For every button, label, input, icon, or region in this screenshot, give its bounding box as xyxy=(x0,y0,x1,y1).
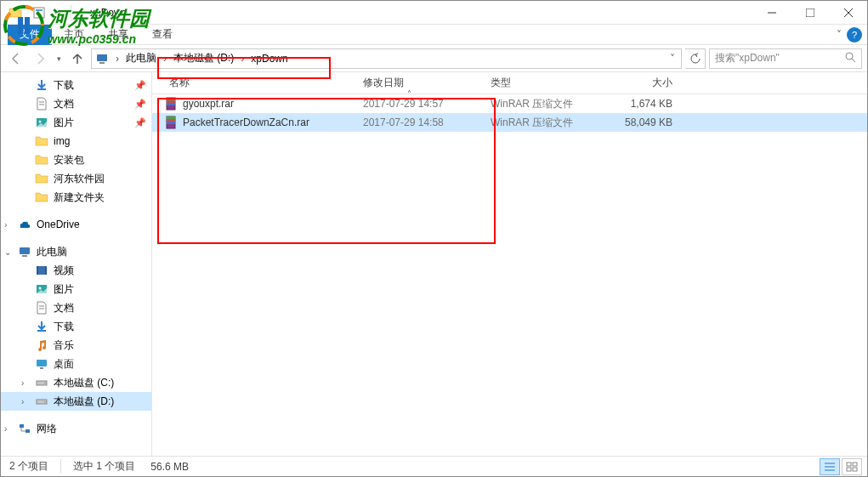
view-details-button[interactable] xyxy=(820,458,840,475)
ribbon-tab-share[interactable]: 共享 xyxy=(96,25,140,45)
nav-onedrive[interactable]: › OneDrive xyxy=(1,215,151,234)
nav-label: 文档 xyxy=(54,301,74,315)
breadcrumb-seg-drive[interactable]: 本地磁盘 (D:) xyxy=(170,49,237,68)
svg-rect-22 xyxy=(37,266,38,275)
column-header-date[interactable]: 修改日期 xyxy=(356,76,484,90)
svg-point-32 xyxy=(44,383,46,384)
maximize-button[interactable] xyxy=(791,1,829,25)
breadcrumb-root[interactable]: 此电脑 xyxy=(122,49,160,68)
breadcrumb-dropdown[interactable]: ˅ xyxy=(664,50,679,67)
nav-label: 新建文件夹 xyxy=(54,190,105,205)
svg-rect-51 xyxy=(853,468,857,471)
svg-rect-23 xyxy=(45,266,47,275)
nav-forward-button[interactable] xyxy=(30,48,50,69)
nav-back-button[interactable] xyxy=(6,48,26,69)
onedrive-icon xyxy=(18,218,31,231)
qat-properties-icon[interactable] xyxy=(30,3,48,22)
ribbon-expand-icon[interactable]: ˅ xyxy=(837,29,842,41)
nav-quick-item[interactable]: 安装包 xyxy=(1,150,151,169)
nav-label: 视频 xyxy=(54,264,74,278)
ribbon-file-tab[interactable]: 文件 xyxy=(8,25,52,45)
pc-icon xyxy=(18,245,31,258)
breadcrumb[interactable]: › 此电脑 › 本地磁盘 (D:) › xpDown ˅ xyxy=(91,48,682,69)
ribbon-tab-view[interactable]: 查看 xyxy=(140,25,184,45)
rar-icon xyxy=(164,97,178,111)
qat-folder-icon[interactable] xyxy=(6,3,25,22)
search-placeholder: 搜索"xpDown" xyxy=(715,51,780,65)
nav-quick-item[interactable]: img xyxy=(1,132,151,150)
collapse-icon[interactable]: ⌄ xyxy=(4,247,14,257)
nav-quick-item[interactable]: 下载📌 xyxy=(1,76,151,94)
svg-rect-10 xyxy=(97,54,107,61)
svg-point-18 xyxy=(39,121,42,123)
nav-up-button[interactable] xyxy=(67,48,88,69)
nav-quick-item[interactable]: 文档📌 xyxy=(1,94,151,113)
titlebar: ▾ xpDown xyxy=(1,1,867,25)
close-button[interactable] xyxy=(829,1,867,25)
navigation-pane[interactable]: 下载📌文档📌图片📌img安装包河东软件园新建文件夹 › OneDrive ⌄ 此… xyxy=(1,72,152,456)
svg-rect-36 xyxy=(26,429,30,433)
nav-network[interactable]: › 网络 xyxy=(1,419,151,438)
svg-rect-29 xyxy=(37,360,47,366)
nav-thispc-item[interactable]: 桌面 xyxy=(1,355,151,373)
nav-thispc-item[interactable]: 音乐 xyxy=(1,336,151,355)
column-headers: 名称 修改日期 类型 大小 xyxy=(152,72,867,94)
expand-icon[interactable]: › xyxy=(21,378,31,388)
chevron-right-icon[interactable]: › xyxy=(112,53,122,65)
file-row[interactable]: PacketTracerDownZaCn.rar2017-07-29 14:58… xyxy=(152,113,867,132)
svg-rect-5 xyxy=(36,9,43,11)
ribbon-tab-home[interactable]: 主页 xyxy=(52,25,96,45)
refresh-button[interactable] xyxy=(685,48,706,69)
nav-label: 河东软件园 xyxy=(54,172,105,186)
svg-rect-40 xyxy=(167,103,175,105)
help-icon[interactable]: ? xyxy=(847,27,862,43)
svg-rect-38 xyxy=(167,98,175,100)
file-name: PacketTracerDownZaCn.rar xyxy=(183,116,309,128)
nav-thispc-item[interactable]: ›本地磁盘 (C:) xyxy=(1,373,151,392)
nav-quick-item[interactable]: 图片📌 xyxy=(1,113,151,132)
nav-thispc-item[interactable]: 文档 xyxy=(1,298,151,317)
chevron-right-icon[interactable]: › xyxy=(237,53,247,65)
nav-thispc-item[interactable]: 视频 xyxy=(1,261,151,280)
rar-icon xyxy=(164,116,178,129)
nav-thispc-item[interactable]: 下载 xyxy=(1,317,151,336)
svg-rect-42 xyxy=(167,116,175,119)
nav-quick-item[interactable]: 新建文件夹 xyxy=(1,188,151,207)
nav-label: 文档 xyxy=(54,97,74,111)
file-row[interactable]: gyouxpt.rar2017-07-29 14:57WinRAR 压缩文件1,… xyxy=(152,94,867,113)
column-header-type[interactable]: 类型 xyxy=(484,76,594,90)
breadcrumb-seg-folder[interactable]: xpDown xyxy=(247,49,291,68)
file-list-pane[interactable]: 名称 修改日期 类型 大小 ˄ gyouxpt.rar2017-07-29 14… xyxy=(152,72,867,456)
nav-recent-dropdown[interactable]: ▾ xyxy=(54,48,64,69)
search-icon[interactable] xyxy=(844,51,856,65)
expand-icon[interactable]: › xyxy=(4,424,14,434)
nav-thispc[interactable]: ⌄ 此电脑 xyxy=(1,242,151,261)
status-item-count: 2 个项目 xyxy=(9,459,61,474)
svg-rect-7 xyxy=(806,9,814,17)
svg-rect-43 xyxy=(167,119,175,122)
qat-dropdown-icon[interactable]: ▾ xyxy=(54,3,64,22)
nav-label: 此电脑 xyxy=(37,245,67,259)
svg-rect-39 xyxy=(167,100,175,103)
column-header-name[interactable]: 名称 xyxy=(152,76,356,90)
chevron-right-icon[interactable]: › xyxy=(160,53,170,65)
nav-label: img xyxy=(54,135,70,147)
svg-rect-50 xyxy=(847,468,851,471)
pc-icon xyxy=(95,52,109,65)
expand-icon[interactable]: › xyxy=(21,397,31,406)
nav-label: 本地磁盘 (D:) xyxy=(54,395,114,409)
view-thumbnails-button[interactable] xyxy=(842,458,862,475)
svg-rect-19 xyxy=(20,247,30,254)
svg-point-25 xyxy=(39,287,42,290)
nav-quick-item[interactable]: 河东软件园 xyxy=(1,169,151,188)
nav-thispc-item[interactable]: 图片 xyxy=(1,280,151,298)
nav-label: 安装包 xyxy=(54,153,84,168)
ribbon-tabs: 文件 主页 共享 查看 ˅ ? xyxy=(1,25,867,45)
expand-icon[interactable]: › xyxy=(4,220,14,230)
search-input[interactable]: 搜索"xpDown" xyxy=(709,48,862,69)
sort-indicator-icon: ˄ xyxy=(407,89,411,99)
column-header-size[interactable]: 大小 xyxy=(594,76,679,90)
nav-thispc-item[interactable]: ›本地磁盘 (D:) xyxy=(1,392,151,411)
svg-rect-35 xyxy=(20,424,24,428)
minimize-button[interactable] xyxy=(752,1,791,25)
